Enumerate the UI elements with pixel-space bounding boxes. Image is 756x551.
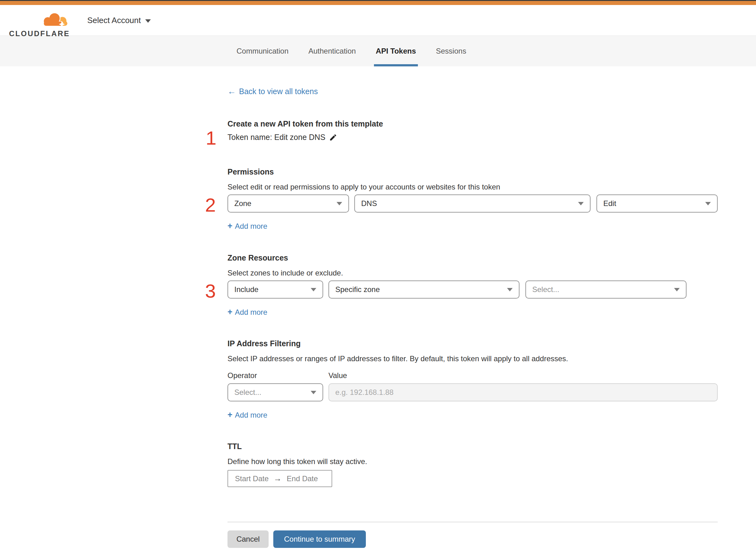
tab-api-tokens[interactable]: API Tokens	[374, 36, 417, 66]
token-name-text: Token name: Edit zone DNS	[227, 133, 325, 142]
account-selector-label: Select Account	[87, 16, 141, 25]
permission-scope-value: Zone	[234, 199, 251, 208]
zone-type-select[interactable]: Specific zone	[328, 281, 520, 299]
cloudflare-logo[interactable]: CLOUDFLARE	[9, 12, 71, 38]
profile-tabstrip: Communication Authentication API Tokens …	[0, 36, 756, 66]
page-title: Create a new API token from this templat…	[227, 119, 718, 128]
plus-icon: +	[227, 410, 232, 420]
token-form: ← Back to view all tokens Create a new A…	[227, 66, 718, 548]
tab-communication[interactable]: Communication	[235, 36, 290, 66]
zone-resources-description: Select zones to include or exclude.	[227, 268, 718, 278]
ip-filtering-heading: IP Address Filtering	[227, 339, 718, 348]
permissions-add-more-link[interactable]: + Add more	[227, 221, 267, 231]
chevron-down-icon	[507, 288, 513, 292]
chevron-down-icon	[145, 19, 151, 23]
zone-operator-value: Include	[234, 285, 258, 294]
zone-operator-select[interactable]: Include	[227, 281, 323, 299]
operator-label: Operator	[227, 371, 328, 380]
cancel-button[interactable]: Cancel	[227, 530, 269, 548]
zone-resources-heading: Zone Resources	[227, 253, 718, 262]
ip-operator-select[interactable]: Select...	[227, 383, 323, 401]
zone-picker-placeholder: Select...	[532, 285, 559, 294]
permissions-heading: Permissions	[227, 167, 718, 176]
edit-pencil-icon[interactable]	[329, 133, 337, 141]
back-arrow-icon: ←	[227, 87, 236, 96]
chevron-down-icon	[311, 288, 316, 292]
add-more-label: Add more	[235, 411, 267, 420]
cloudflare-cloud-icon	[39, 12, 69, 29]
account-selector[interactable]: Select Account	[87, 5, 151, 36]
ip-filtering-add-more-link[interactable]: + Add more	[227, 410, 267, 420]
add-more-label: Add more	[235, 308, 267, 317]
chevron-down-icon	[705, 202, 711, 205]
zone-resources-add-more-link[interactable]: + Add more	[227, 307, 267, 317]
ttl-heading: TTL	[227, 442, 718, 451]
ip-filtering-section: IP Address Filtering Select IP addresses…	[227, 339, 718, 420]
permission-service-select[interactable]: DNS	[354, 194, 591, 212]
step-annotation-2: 2	[205, 195, 216, 215]
permissions-section: Permissions Select edit or read permissi…	[227, 167, 718, 231]
zone-type-value: Specific zone	[335, 285, 380, 294]
chevron-down-icon	[674, 288, 680, 292]
permission-access-value: Edit	[603, 199, 616, 208]
tab-sessions[interactable]: Sessions	[435, 36, 468, 66]
zone-picker-select[interactable]: Select...	[525, 281, 687, 299]
chevron-down-icon	[311, 391, 316, 394]
permission-scope-select[interactable]: Zone	[227, 194, 349, 212]
permission-service-value: DNS	[361, 199, 377, 208]
plus-icon: +	[227, 307, 232, 317]
ip-value-input[interactable]	[328, 383, 718, 401]
add-more-label: Add more	[235, 222, 267, 230]
form-actions: Cancel Continue to summary	[227, 530, 718, 548]
footer-divider	[227, 522, 718, 522]
ttl-section: TTL Define how long this token will stay…	[227, 442, 718, 487]
chevron-down-icon	[336, 202, 342, 205]
continue-to-summary-button[interactable]: Continue to summary	[273, 530, 366, 548]
top-accent-bar	[0, 1, 756, 5]
arrow-right-icon: →	[273, 474, 282, 483]
back-link-label: Back to view all tokens	[239, 87, 318, 96]
back-to-tokens-link[interactable]: ← Back to view all tokens	[227, 87, 318, 96]
value-label: Value	[328, 371, 347, 380]
app-header: CLOUDFLARE Select Account	[0, 5, 756, 36]
ttl-description: Define how long this token will stay act…	[227, 457, 718, 466]
chevron-down-icon	[578, 202, 584, 205]
ip-filtering-description: Select IP addresses or ranges of IP addr…	[227, 354, 718, 363]
step-annotation-3: 3	[205, 282, 216, 301]
plus-icon: +	[227, 221, 232, 231]
permissions-description: Select edit or read permissions to apply…	[227, 183, 718, 191]
permission-access-select[interactable]: Edit	[597, 194, 718, 212]
start-date-placeholder: Start Date	[235, 474, 269, 483]
cloudflare-wordmark: CLOUDFLARE	[9, 29, 71, 38]
ttl-date-range-picker[interactable]: Start Date → End Date	[227, 470, 332, 487]
step-annotation-1: 1	[206, 128, 216, 148]
end-date-placeholder: End Date	[287, 474, 318, 483]
ip-operator-placeholder: Select...	[234, 388, 261, 397]
zone-resources-section: Zone Resources Select zones to include o…	[227, 253, 718, 317]
tab-authentication[interactable]: Authentication	[307, 36, 357, 66]
